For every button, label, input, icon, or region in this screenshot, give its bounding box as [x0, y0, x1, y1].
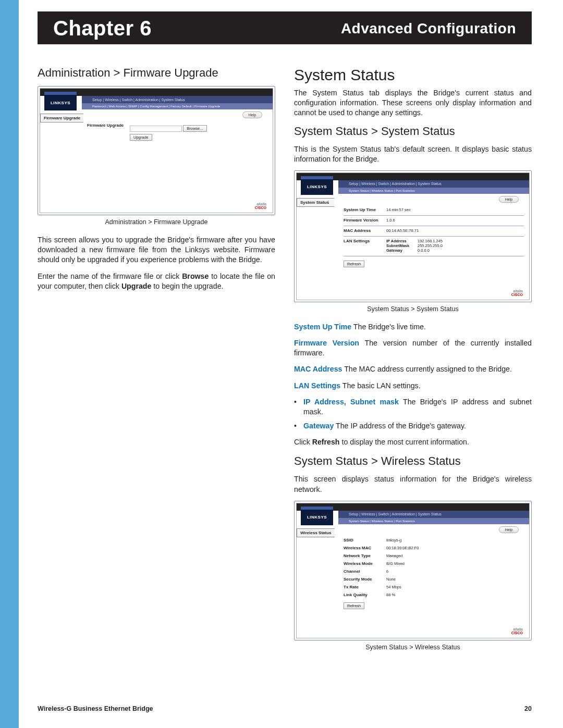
left-column: Administration > Firmware Upgrade Setup …: [38, 66, 275, 705]
side-tab: Wireless Status: [297, 528, 335, 537]
page-title: Advanced Configuration: [341, 20, 516, 37]
caption-firmware: Administration > Firmware Upgrade: [38, 218, 275, 226]
file-input[interactable]: [130, 126, 182, 132]
para-wireless: This screen displays status information …: [294, 474, 532, 494]
help-button[interactable]: Help: [499, 526, 519, 533]
upgrade-button[interactable]: Upgrade: [130, 134, 152, 141]
browse-button[interactable]: Browse...: [183, 125, 206, 132]
cisco-logo: altaltaCISCO: [511, 627, 523, 635]
cisco-logo: altaltaCISCO: [511, 289, 523, 297]
para-firmware-2: Enter the name of the firmware file or c…: [38, 272, 275, 291]
heading-firmware-upgrade: Administration > Firmware Upgrade: [38, 66, 275, 80]
bullet-ip-subnet: IP Address, Subnet mask The Bridge's IP …: [303, 397, 532, 417]
caption-wireless: System Status > Wireless Status: [294, 644, 532, 651]
field-mac-address: MAC Address The MAC address currently as…: [294, 364, 532, 374]
heading-ss-ss: System Status > System Status: [294, 125, 532, 138]
help-button[interactable]: Help: [242, 112, 262, 118]
field-system-up-time: System Up Time The Bridge's live time.: [294, 322, 532, 332]
refresh-button[interactable]: Refresh: [344, 602, 364, 609]
field-lan-settings: LAN Settings The basic LAN settings.: [294, 381, 532, 391]
field-firmware-version: Firmware Version The version number of t…: [294, 338, 532, 358]
para-ss-intro: The System Status tab displays the Bridg…: [294, 88, 532, 118]
right-column: System Status The System Status tab disp…: [294, 66, 532, 705]
refresh-button[interactable]: Refresh: [344, 261, 364, 267]
para-firmware-1: This screen allows you to upgrade the Br…: [38, 235, 275, 265]
chapter-label: Chapter 6: [53, 17, 152, 40]
heading-wireless-status: System Status > Wireless Status: [294, 454, 532, 468]
help-button[interactable]: Help: [499, 196, 519, 203]
para-click-refresh: Click Refresh to display the most curren…: [294, 437, 532, 447]
screenshot-wireless-status: Setup | Wireless | Switch | Administrati…: [294, 501, 532, 640]
product-name: Wireless-G Business Ethernet Bridge: [38, 705, 153, 712]
header-bar: Chapter 6 Advanced Configuration: [38, 11, 532, 44]
screenshot-system-status: Setup | Wireless | Switch | Administrati…: [294, 170, 532, 302]
linksys-logo: LINKSYS: [44, 92, 77, 110]
row-label: Firmware Upgrade: [87, 123, 130, 141]
heading-system-status: System Status: [294, 66, 532, 84]
side-tab: System Status: [297, 198, 334, 207]
left-stripe: [0, 0, 19, 728]
linksys-logo: LINKSYS: [301, 176, 333, 195]
side-tab: Firmware Upgrade: [40, 114, 83, 122]
cisco-logo: altaltaCISCO: [255, 202, 266, 209]
tabbar: Setup | Wireless | Switch | Administrati…: [82, 96, 273, 103]
subtabbar: Password | Web Access | SNMP | Config Ma…: [82, 103, 273, 109]
screenshot-firmware-upgrade: Setup | Wireless | Switch | Administrati…: [38, 86, 275, 215]
para-ss-a: This is the System Status tab's default …: [294, 144, 532, 164]
page-footer: Wireless-G Business Ethernet Bridge 20: [19, 705, 563, 728]
page-number: 20: [524, 705, 532, 712]
linksys-logo: LINKSYS: [301, 507, 333, 525]
caption-ss: System Status > System Status: [294, 305, 532, 313]
bullet-gateway: Gateway The IP address of the Bridge's g…: [303, 421, 532, 431]
